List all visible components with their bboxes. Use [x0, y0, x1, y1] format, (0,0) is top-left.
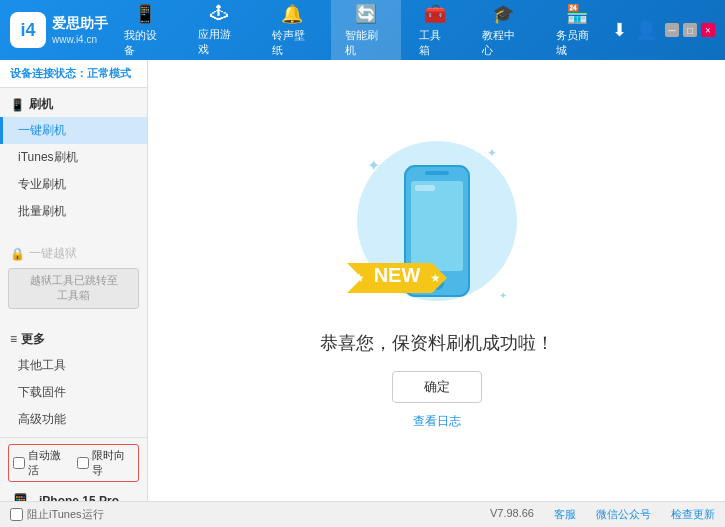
ringtone-nav-icon: 🔔: [281, 3, 303, 25]
sidebar-item-advanced[interactable]: 高级功能: [0, 406, 147, 433]
lock-icon: 🔒: [10, 247, 25, 261]
sidebar-item-one-key-flash[interactable]: 一键刷机: [0, 117, 147, 144]
nav-items: 📱 我的设备 🕹 应用游戏 🔔 铃声壁纸 🔄 智能刷机 🧰 工具箱 🎓 教程中心…: [110, 0, 612, 64]
flash-nav-icon: 🔄: [355, 3, 377, 25]
nav-apps-games[interactable]: 🕹 应用游戏: [184, 0, 254, 63]
app-url: www.i4.cn: [52, 33, 108, 46]
timed-guide-checkbox[interactable]: 限时向导: [77, 448, 135, 478]
bottom-bar-right: V7.98.66 客服 微信公众号 检查更新: [490, 507, 715, 522]
nav-business[interactable]: 🏪 务员商城: [542, 0, 612, 64]
minimize-button[interactable]: ─: [665, 23, 679, 37]
more-section: ≡ 更多 其他工具 下载固件 高级功能: [0, 323, 147, 437]
auto-activate-checkbox[interactable]: 自动激活: [13, 448, 71, 478]
success-illustration: ✦ ✦ ✦ NEW: [337, 131, 537, 331]
sparkle-2: ✦: [487, 146, 497, 160]
log-link[interactable]: 查看日志: [413, 413, 461, 430]
nav-smart-flash[interactable]: 🔄 智能刷机: [331, 0, 401, 64]
device-phone-icon: 📱: [8, 492, 33, 501]
svg-text:★: ★: [353, 271, 364, 285]
top-right-controls: ⬇ 👤 ─ □ ×: [612, 19, 715, 41]
jailbreak-header: 🔒 一键越狱: [0, 241, 147, 266]
svg-text:NEW: NEW: [373, 264, 420, 286]
nav-toolbox[interactable]: 🧰 工具箱: [405, 0, 464, 64]
new-badge: NEW ★ ★: [347, 248, 447, 311]
flash-section-header: 📱 刷机: [0, 92, 147, 117]
main-area: 设备连接状态：正常模式 📱 刷机 一键刷机 iTunes刷机 专业刷机 批量刷机…: [0, 60, 725, 501]
window-controls: ─ □ ×: [665, 23, 715, 37]
app-title: 爱思助手: [52, 14, 108, 32]
content-area: ✦ ✦ ✦ NEW: [148, 60, 725, 501]
timed-guide-input[interactable]: [77, 457, 89, 469]
nav-my-device[interactable]: 📱 我的设备: [110, 0, 180, 64]
status-value: 正常模式: [87, 67, 131, 79]
toolbox-nav-icon: 🧰: [424, 3, 446, 25]
version-text: V7.98.66: [490, 507, 534, 522]
user-icon[interactable]: 👤: [635, 19, 657, 41]
device-area: 自动激活 限时向导 📱 iPhone 15 Pro Max 512GB iPho…: [0, 437, 147, 501]
jailbreak-disabled-msg: 越狱工具已跳转至工具箱: [8, 268, 139, 309]
business-nav-icon: 🏪: [566, 3, 588, 25]
sparkle-3: ✦: [499, 290, 507, 301]
more-section-header: ≡ 更多: [0, 327, 147, 352]
close-button[interactable]: ×: [701, 23, 715, 37]
svg-text:★: ★: [429, 271, 440, 285]
device-name: iPhone 15 Pro Max: [39, 492, 139, 501]
auto-options-box: 自动激活 限时向导: [8, 444, 139, 482]
logo-icon: i4: [10, 12, 46, 48]
sidebar-item-pro-flash[interactable]: 专业刷机: [0, 171, 147, 198]
sidebar-item-download-firmware[interactable]: 下载固件: [0, 379, 147, 406]
itunes-block-checkbox[interactable]: [10, 508, 23, 521]
customer-service-link[interactable]: 客服: [554, 507, 576, 522]
device-info: 📱 iPhone 15 Pro Max 512GB iPhone: [8, 488, 139, 501]
itunes-block-area: 阻止iTunes运行: [10, 507, 104, 522]
top-nav-bar: i4 爱思助手 www.i4.cn 📱 我的设备 🕹 应用游戏 🔔 铃声壁纸 🔄…: [0, 0, 725, 60]
maximize-button[interactable]: □: [683, 23, 697, 37]
sidebar-item-batch-flash[interactable]: 批量刷机: [0, 198, 147, 225]
status-bar: 设备连接状态：正常模式: [0, 60, 147, 88]
status-label: 设备连接状态：: [10, 67, 87, 79]
device-nav-icon: 📱: [134, 3, 156, 25]
nav-ringtones[interactable]: 🔔 铃声壁纸: [258, 0, 328, 64]
sidebar: 设备连接状态：正常模式 📱 刷机 一键刷机 iTunes刷机 专业刷机 批量刷机…: [0, 60, 148, 501]
download-icon[interactable]: ⬇: [612, 19, 627, 41]
sidebar-item-other-tools[interactable]: 其他工具: [0, 352, 147, 379]
flash-header-icon: 📱: [10, 98, 25, 112]
nav-tutorial[interactable]: 🎓 教程中心: [468, 0, 538, 64]
svg-rect-3: [425, 171, 449, 175]
more-header-icon: ≡: [10, 332, 17, 346]
flash-section: 📱 刷机 一键刷机 iTunes刷机 专业刷机 批量刷机: [0, 88, 147, 229]
svg-rect-4: [415, 185, 435, 191]
bottom-bar: 阻止iTunes运行 V7.98.66 客服 微信公众号 检查更新: [0, 501, 725, 527]
wechat-link[interactable]: 微信公众号: [596, 507, 651, 522]
check-update-link[interactable]: 检查更新: [671, 507, 715, 522]
itunes-block-label: 阻止iTunes运行: [27, 507, 104, 522]
success-message: 恭喜您，保资料刷机成功啦！: [320, 331, 554, 355]
logo-area: i4 爱思助手 www.i4.cn: [10, 12, 110, 48]
jailbreak-section: 🔒 一键越狱 越狱工具已跳转至工具箱: [0, 237, 147, 315]
auto-activate-input[interactable]: [13, 457, 25, 469]
sparkle-1: ✦: [367, 156, 380, 175]
confirm-button[interactable]: 确定: [392, 371, 482, 403]
sidebar-item-itunes-flash[interactable]: iTunes刷机: [0, 144, 147, 171]
tutorial-nav-icon: 🎓: [492, 3, 514, 25]
apps-nav-icon: 🕹: [210, 3, 228, 24]
